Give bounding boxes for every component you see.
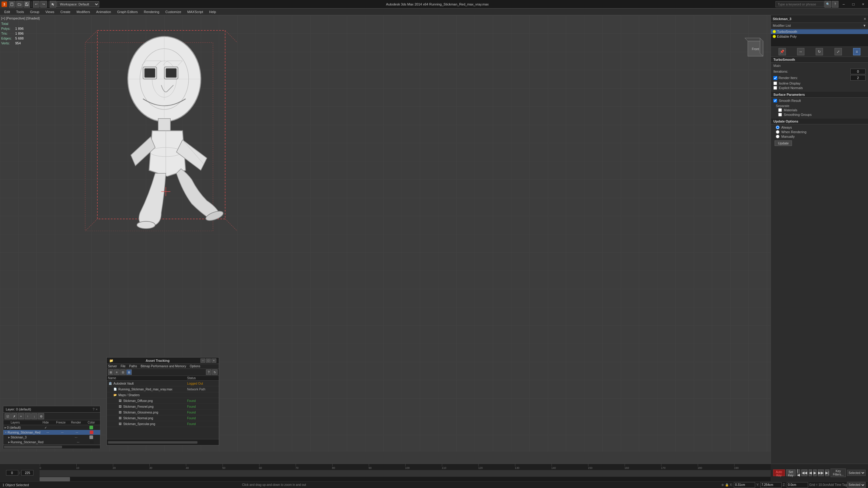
- asset-menu-bitmap[interactable]: Bitmap Performance and Memory: [141, 364, 186, 368]
- asset-row-glossiness[interactable]: 🖼 Stickman_Glossiness.png Found: [107, 410, 219, 415]
- menu-rendering[interactable]: Rendering: [141, 8, 162, 15]
- isoline-checkbox[interactable]: [773, 82, 777, 85]
- search-icon[interactable]: 🔍: [825, 1, 831, 8]
- menu-graph-editors[interactable]: Graph Editors: [114, 8, 141, 15]
- update-options-title[interactable]: Update Options: [771, 119, 868, 124]
- asset-panel-close[interactable]: ×: [212, 358, 216, 363]
- asset-tb-btn1[interactable]: ⊞: [108, 369, 114, 375]
- minimize-btn[interactable]: –: [839, 0, 848, 8]
- y-coord-input[interactable]: [760, 482, 782, 488]
- layer-row-running-stickman[interactable]: ▼ Running_Stickman_Red ··· ··· ···: [3, 430, 100, 435]
- asset-tb-help[interactable]: ?: [206, 369, 212, 375]
- layers-tb-icon3[interactable]: +: [18, 413, 24, 419]
- scrollbar-thumb[interactable]: [39, 477, 70, 481]
- current-frame-input[interactable]: [6, 470, 18, 476]
- smoothing-groups-checkbox[interactable]: [778, 113, 782, 117]
- layers-tb-icon4[interactable]: ↑: [25, 413, 31, 419]
- asset-row-normal[interactable]: 🖼 Stickman_Normal.png Found: [107, 415, 219, 421]
- maximize-btn[interactable]: □: [848, 0, 858, 8]
- set-key-btn[interactable]: Set Key: [786, 469, 796, 476]
- iterations-input[interactable]: [850, 69, 866, 74]
- play-btn[interactable]: ▶: [813, 469, 816, 476]
- explicit-normals-checkbox[interactable]: [773, 86, 777, 90]
- next-key-btn[interactable]: ▶▶: [818, 469, 824, 476]
- key-filters-btn[interactable]: Key Filters...: [831, 468, 846, 477]
- asset-row-maxfile[interactable]: 📄 Running_Stickman_Red_max_vray.max Netw…: [107, 386, 219, 392]
- menu-group[interactable]: Group: [27, 8, 42, 15]
- play-back-btn[interactable]: ◀: [809, 469, 812, 476]
- asset-tb-refresh[interactable]: ↻: [212, 369, 218, 375]
- asset-row-specular[interactable]: 🖼 Stickman_Specular.png Found: [107, 421, 219, 427]
- turbosmooth-title[interactable]: TurboSmooth: [771, 57, 868, 63]
- asset-row-fresnel[interactable]: 🖼 Stickman_Fresnel.png Found: [107, 404, 219, 410]
- materials-checkbox[interactable]: [778, 108, 782, 112]
- rp-move-icon[interactable]: ↔: [797, 48, 804, 55]
- menu-help[interactable]: Help: [206, 8, 219, 15]
- save-btn[interactable]: [24, 1, 30, 8]
- update-btn[interactable]: Update: [775, 140, 792, 146]
- x-coord-input[interactable]: [734, 482, 755, 488]
- modifier-turbosmooth[interactable]: TurboSmooth: [771, 29, 868, 34]
- menu-edit[interactable]: Edit: [1, 8, 13, 15]
- layer-row-default[interactable]: ▶ 0 (default) ✓: [3, 425, 100, 430]
- layers-tb-icon1[interactable]: ☑: [5, 413, 11, 419]
- nav-cube[interactable]: Front: [743, 35, 768, 59]
- asset-menu-server[interactable]: Server: [108, 364, 117, 368]
- rp-close-btn[interactable]: ×: [864, 17, 866, 21]
- undo-btn[interactable]: ↩: [33, 1, 39, 8]
- workspace-dropdown[interactable]: Workspace: Default: [57, 1, 99, 7]
- layer-row-rsm-sub[interactable]: ▶ Running_Stickman_Red ···: [3, 440, 100, 445]
- manually-radio[interactable]: [776, 135, 779, 138]
- asset-panel-minimize[interactable]: –: [200, 358, 205, 363]
- menu-maxscript[interactable]: MAXScript: [184, 8, 206, 15]
- rp-modifier-icon[interactable]: ≡: [853, 48, 860, 55]
- selected-dropdown[interactable]: Selected: [847, 470, 866, 476]
- search-input[interactable]: [776, 1, 824, 7]
- next-frame-btn[interactable]: ▶|: [825, 469, 829, 476]
- asset-tb-btn2[interactable]: ≡: [114, 369, 120, 375]
- layers-tb-icon5[interactable]: ↓: [31, 413, 37, 419]
- when-rendering-radio[interactable]: [776, 130, 779, 134]
- modifier-dropdown-arrow[interactable]: ▼: [863, 24, 866, 27]
- menu-customize[interactable]: Customize: [162, 8, 184, 15]
- render-iters-input[interactable]: [850, 75, 866, 80]
- modifier-editable-poly[interactable]: Editable Poly: [771, 34, 868, 39]
- close-btn[interactable]: ×: [858, 0, 868, 8]
- timeline-scrollbar[interactable]: [39, 477, 771, 482]
- layer-row-stickman3[interactable]: ▶ Stickman_3 ···: [3, 435, 100, 440]
- prev-frame-btn[interactable]: |◀: [797, 469, 800, 476]
- rp-scale-icon[interactable]: ⤢: [835, 48, 842, 55]
- asset-panel-maximize[interactable]: □: [206, 358, 211, 363]
- status-selected-dropdown[interactable]: Selected: [847, 482, 866, 488]
- asset-row-maps-folder[interactable]: 📂 Maps / Shaders: [107, 392, 219, 398]
- surface-params-title[interactable]: Surface Parameters: [771, 92, 868, 98]
- auto-key-btn[interactable]: Auto Key: [773, 469, 785, 476]
- asset-menu-file[interactable]: File: [121, 364, 125, 368]
- always-radio[interactable]: [776, 126, 779, 129]
- asset-menu-paths[interactable]: Paths: [129, 364, 137, 368]
- menu-tools[interactable]: Tools: [13, 8, 27, 15]
- prev-key-btn[interactable]: ◀◀: [801, 469, 807, 476]
- select-tool[interactable]: [50, 1, 56, 8]
- menu-views[interactable]: Views: [42, 8, 57, 15]
- menu-modifiers[interactable]: Modifiers: [73, 8, 93, 15]
- total-frames-input[interactable]: [21, 470, 33, 476]
- track-area[interactable]: [39, 470, 771, 477]
- layers-tb-icon6[interactable]: ⚙: [38, 413, 44, 419]
- asset-row-diffuse[interactable]: 🖼 Stickman_Diffuse.png Found: [107, 398, 219, 404]
- render-iters-checkbox[interactable]: [773, 76, 777, 80]
- layers-close-btn[interactable]: ×: [96, 408, 98, 411]
- layers-tb-icon2[interactable]: ✗: [11, 413, 17, 419]
- help-icon[interactable]: ?: [832, 1, 838, 8]
- new-btn[interactable]: [9, 1, 16, 8]
- menu-animation[interactable]: Animation: [93, 8, 114, 15]
- asset-tb-btn3[interactable]: ⊟: [120, 369, 126, 375]
- asset-menu-options[interactable]: Options: [190, 364, 200, 368]
- rp-pin-icon[interactable]: 📌: [779, 48, 786, 55]
- open-btn[interactable]: [16, 1, 23, 8]
- menu-create[interactable]: Create: [57, 8, 73, 15]
- layers-help-btn[interactable]: ?: [92, 408, 94, 411]
- rp-rotate-icon[interactable]: ↻: [816, 48, 823, 55]
- asset-tb-btn4[interactable]: ⊠: [126, 369, 132, 375]
- asset-row-vault[interactable]: 🏦 Autodesk Vault Logged Out: [107, 381, 219, 386]
